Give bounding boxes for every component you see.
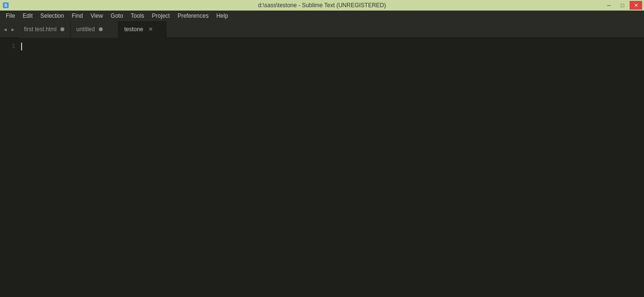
tab-modified-dot (99, 27, 103, 31)
code-area[interactable] (19, 38, 644, 297)
title-bar: S d:\sass\testone - Sublime Text (UNREGI… (0, 0, 644, 11)
line-number-1: 1 (12, 42, 15, 51)
menu-item-help[interactable]: Help (213, 12, 232, 20)
line-numbers: 1 (0, 38, 19, 297)
tab-untitled[interactable]: untitled (71, 21, 119, 38)
menu-item-edit[interactable]: Edit (19, 12, 36, 20)
tab-label: untitled (76, 26, 95, 33)
tab-first-test.html[interactable]: first test.html (18, 21, 71, 38)
menu-item-selection[interactable]: Selection (36, 12, 68, 20)
close-button[interactable]: ✕ (630, 1, 642, 10)
cursor-line (21, 42, 642, 51)
menu-item-view[interactable]: View (87, 12, 107, 20)
window-title: d:\sass\testone - Sublime Text (UNREGIST… (258, 2, 386, 9)
window-controls: ─ □ ✕ (603, 1, 642, 10)
tab-modified-dot (60, 27, 64, 31)
tab-prev-button[interactable]: ◄ (2, 24, 9, 34)
menu-item-preferences[interactable]: Preferences (174, 12, 213, 20)
minimize-button[interactable]: ─ (603, 1, 615, 10)
maximize-button[interactable]: □ (616, 1, 629, 10)
tab-nav-buttons: ◄ ► (0, 24, 18, 34)
menu-bar: FileEditSelectionFindViewGotoToolsProjec… (0, 11, 644, 21)
tab-label: testone (124, 26, 143, 33)
tab-bar: ◄ ► first test.htmluntitledtestone✕ (0, 21, 644, 38)
tab-testone[interactable]: testone✕ (119, 21, 167, 38)
tab-next-button[interactable]: ► (10, 24, 16, 34)
title-bar-left: S (2, 1, 10, 9)
app-icon: S (2, 1, 10, 9)
text-cursor (21, 43, 22, 50)
menu-item-find[interactable]: Find (68, 12, 86, 20)
menu-item-tools[interactable]: Tools (127, 12, 148, 20)
tab-label: first test.html (24, 26, 57, 33)
editor-area: 1 (0, 38, 644, 297)
menu-item-goto[interactable]: Goto (107, 12, 127, 20)
svg-text:S: S (4, 3, 7, 8)
menu-item-file[interactable]: File (2, 12, 19, 20)
menu-item-project[interactable]: Project (148, 12, 174, 20)
tab-close-button[interactable]: ✕ (147, 25, 155, 33)
